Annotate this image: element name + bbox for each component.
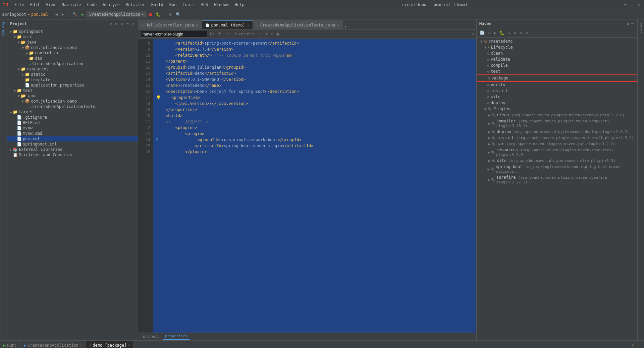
back-button[interactable]: ◀ [54,11,59,17]
search-in-selection[interactable]: ▤ [275,32,280,37]
tree-item-createdemo-app[interactable]: ☕ CreatedemoApplication [7,61,138,66]
maven-minimize-btn[interactable]: ─ [630,21,635,27]
tree-item-app-props[interactable]: 📄 application.properties [7,82,138,88]
run-project-button[interactable]: ▶ [80,11,85,17]
tree-item-java-main[interactable]: ▼ 📂 java [7,40,138,45]
footer-tab-properties[interactable]: properties [163,333,189,340]
maven-verify[interactable]: ⚙ verify [477,82,637,88]
maven-validate[interactable]: ⚙ validate [477,56,637,62]
menu-navigate[interactable]: Navigate [59,2,84,8]
tab-createdemo-close[interactable]: ✕ [80,343,82,347]
tree-item-dao[interactable]: 📁 dao [7,56,138,61]
tree-item-mvnw-cmd[interactable]: 📄 mvnw.cmd [7,131,138,136]
project-settings[interactable]: ⚙ [120,21,124,26]
tab-tests[interactable]: ☕ CreatedemoApplicationTests.java ✕ [253,20,343,29]
maven-plugin-jar[interactable]: ▶ 🔌 jar (org.apache.maven.plugins:maven-… [477,141,637,147]
maven-compile[interactable]: ⚙ compile [477,62,637,68]
maven-clean[interactable]: ⚙ clean [477,50,637,56]
tree-item-resources[interactable]: ▼ 📁 resources [7,66,138,72]
tab-close-1[interactable]: ✕ [196,23,198,27]
case-sensitive-button[interactable]: Cc [209,32,216,37]
maven-plugin-clean[interactable]: ▶ 🔌 clean (org.apache.maven.plugins:mave… [477,112,637,118]
maven-plugin-site[interactable]: ▶ 🔌 site (org.apache.maven.plugins:maven… [477,158,637,164]
search-next[interactable]: ↓ [264,32,269,37]
maven-run-btn[interactable]: ▶ [493,30,497,36]
maven-config-btn[interactable]: ⚙ [524,30,529,36]
maven-plugin-deploy[interactable]: ▶ 🔌 deploy (org.apache.maven.plugins:mav… [477,129,637,135]
maven-plugin-surefire[interactable]: ▶ 🔌 surefire (org.apache.maven.plugins:m… [477,174,637,185]
tree-item-target[interactable]: ▶ 📁 target [7,109,138,115]
tree-item-pom-xml[interactable]: 📄 pom.xml [7,136,138,141]
menu-window[interactable]: Window [211,2,231,8]
tab-close-3[interactable]: ✕ [337,23,339,27]
menu-run[interactable]: Run [167,2,179,8]
tab-pom-xml[interactable]: 📄 pom.xml (demo) ✕ [202,20,253,29]
project-minimize[interactable]: ─ [125,21,130,26]
menu-file[interactable]: File [12,2,27,8]
tree-item-package-test[interactable]: ▼ 📦 com.julianqian.demo [7,99,138,104]
project-close[interactable]: ✕ [131,21,135,26]
maven-site[interactable]: ⚙ site [477,94,637,100]
minimize-button[interactable]: ─ [623,2,628,7]
regex-button[interactable]: .* [223,32,230,37]
tab-overflow-arrow[interactable]: ▾ [343,24,348,29]
maven-plugins-section[interactable]: ▼ 🔌 Plugins [477,106,637,112]
search-input[interactable] [140,31,207,38]
menu-tools[interactable]: Tools [180,2,197,8]
bottom-settings-btn[interactable]: ⚙ [631,342,636,348]
maven-plugin-resources[interactable]: ▶ 🔌 resources (org.apache.maven.plugins:… [477,147,637,158]
tab-run-1[interactable]: ▶ Run: [0,341,20,348]
maven-toggle-offline-btn[interactable]: ✈ [507,30,511,36]
tab-createdemo-app[interactable]: ▶ CreatedemoApplication ✕ [20,341,86,348]
project-collapse-all[interactable]: ≡ [114,21,119,26]
whole-word-button[interactable]: W [217,32,222,37]
tree-item-iml[interactable]: 📄 springboot.iml [7,141,138,147]
maven-collapse-btn[interactable]: ⊡ [487,30,491,36]
maven-package[interactable]: ⚙ package [477,74,637,82]
search-prev[interactable]: ↑ [259,32,264,37]
maven-project-root[interactable]: ▼ 🗂 createdemo [477,38,637,44]
project-sidebar-tab[interactable]: Project [1,21,6,37]
menu-vcs[interactable]: VCS [198,2,211,8]
footer-tab-project[interactable]: project [141,333,160,340]
code-content[interactable]: <artifactId>spring-boot-starter-parent</… [153,39,476,333]
tree-item-templates[interactable]: 📁 templates [7,77,138,82]
tree-item-package-main[interactable]: ▼ 📦 com.julianqian.demo [7,45,138,50]
tree-item-tests[interactable]: ☕ CreatedemoApplicationTests [7,104,138,109]
maven-install[interactable]: ⚙ install [477,88,637,94]
stop-button[interactable]: ■ [148,11,153,17]
tree-item-springboot[interactable]: ▼ 📁 springboot [7,29,138,34]
menu-help[interactable]: Help [232,2,247,8]
tab-close-2[interactable]: ✕ [247,23,249,27]
menu-code[interactable]: Code [84,2,99,8]
tab-hello-controller[interactable]: ☕ HelloController.java ✕ [138,20,202,29]
tree-item-static[interactable]: ▶ 📁 static [7,72,138,77]
maven-sidebar-tab[interactable]: Maven [637,19,644,340]
menu-build[interactable]: Build [149,2,166,8]
search-everywhere-button[interactable]: 🔍 [174,11,182,17]
build-button[interactable]: 🔨 [71,11,79,17]
tree-item-main[interactable]: ▼ 📁 main [7,34,138,40]
maven-show-deps-btn[interactable]: ≋ [519,30,523,36]
close-button[interactable]: ✕ [636,2,641,7]
maven-test[interactable]: ⚙ test [477,68,637,74]
tree-item-help-md[interactable]: 📄 HELP.md [7,120,138,125]
search-close-button[interactable]: ✕ [472,32,474,37]
maven-plugin-install[interactable]: ▶ 🔌 install (org.apache.maven.plugins:ma… [477,135,637,141]
tree-item-test[interactable]: ▼ 📁 test [7,88,138,93]
maven-deploy[interactable]: ⚙ deploy [477,100,637,106]
maven-tab-label[interactable]: Maven [638,21,643,36]
maven-settings-btn[interactable]: ⚙ [626,21,630,27]
bottom-minimize-btn[interactable]: ─ [637,342,642,348]
maven-plugin-compiler[interactable]: ▶ 🔌 compiler (org.apache.maven.plugins:m… [477,118,637,129]
maven-lifecycle-section[interactable]: ▼ ⚡ Lifecycle [477,44,637,50]
tab-package-close[interactable]: ✕ [128,343,130,347]
menu-view[interactable]: View [43,2,58,8]
settings-button[interactable]: ⚙ [168,11,173,17]
tree-item-external-libs[interactable]: ▶ 📚 External Libraries [7,147,138,152]
menu-refactor[interactable]: Refactor [123,2,148,8]
maven-skip-tests-btn[interactable]: ⊘ [513,30,517,36]
tree-item-java-test[interactable]: ▼ 📂 java [7,93,138,99]
menu-analyze[interactable]: Analyze [100,2,122,8]
tab-demo-package[interactable]: ✓ demo [package] ✕ [86,341,133,348]
